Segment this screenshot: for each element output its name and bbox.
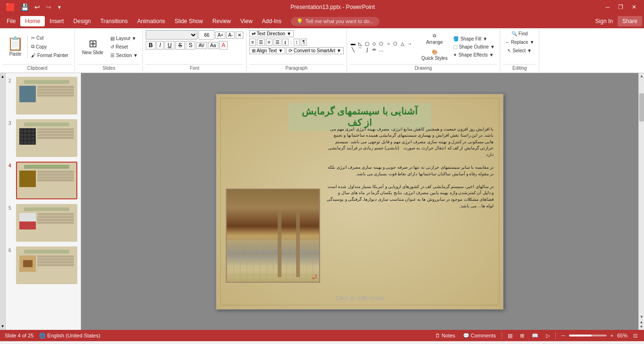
zoom-slider[interactable] (569, 335, 607, 336)
slide-content[interactable]: آشنایی با سیستمهای گرمایش از کف با افزای… (216, 94, 504, 310)
shape-arrow[interactable]: → (406, 41, 413, 47)
left-scroll-down[interactable]: ▼ (0, 323, 6, 330)
zoom-out-button[interactable]: ─ (560, 332, 567, 339)
font-size-input[interactable]: 66 (198, 30, 215, 40)
text-direction-button[interactable]: ⇄ Text Direction ▼ (249, 30, 294, 37)
menu-slideshow[interactable]: Slide Show (170, 16, 207, 26)
align-right-button[interactable]: ≡ (266, 39, 272, 46)
menu-insert[interactable]: Insert (45, 16, 68, 26)
change-case-button[interactable]: Aa (208, 42, 218, 49)
slide-photo[interactable]: آپ (226, 188, 320, 283)
quick-styles-button[interactable]: 🎨 Quick Styles (419, 48, 451, 63)
slide-thumb-3[interactable]: 3 (8, 118, 79, 158)
shape-right-triangle[interactable]: ◺ (357, 41, 363, 47)
columns-button[interactable]: ⫿ (282, 39, 289, 46)
menu-transitions[interactable]: Transitions (96, 16, 132, 26)
restore-button[interactable]: ❐ (614, 3, 627, 11)
undo-button[interactable]: ↩ (33, 2, 42, 12)
customize-quick-access-button[interactable]: ▼ (55, 4, 64, 11)
shape-freeform[interactable]: ✏ (371, 47, 378, 53)
shape-fill-button[interactable]: 🪣 Shape Fill ▼ (451, 35, 496, 42)
reset-button[interactable]: ↺ Reset (108, 43, 140, 50)
slide-thumb-2[interactable]: 2 (8, 76, 79, 115)
notes-button[interactable]: 🗒 Notes (433, 332, 457, 339)
copy-button[interactable]: ⧉ Copy (29, 43, 70, 50)
shape-oval[interactable]: ○ (385, 41, 392, 47)
align-text-button[interactable]: ⊞ Align Text ▼ (249, 47, 285, 54)
font-family-select[interactable] (146, 30, 198, 40)
shape-more[interactable]: … (378, 47, 385, 53)
slide-thumbnail-5[interactable] (16, 204, 77, 242)
share-button[interactable]: Share (618, 16, 642, 26)
save-button[interactable]: 💾 (19, 2, 31, 12)
menu-design[interactable]: Design (68, 16, 95, 26)
reading-view-button[interactable]: 📖 (530, 332, 540, 340)
paragraph-dir-button[interactable]: ¶ (301, 39, 307, 46)
format-painter-button[interactable]: 🖌 Format Painter (29, 52, 70, 59)
char-spacing-button[interactable]: AV (196, 42, 207, 49)
underline-button[interactable]: U (165, 41, 174, 49)
layout-button[interactable]: ▤ Layout ▼ (108, 35, 140, 42)
fit-slide-button[interactable]: ⊡ (631, 332, 639, 340)
line-spacing-button[interactable]: ↕ (294, 39, 300, 46)
menu-review[interactable]: Review (207, 16, 235, 26)
minimize-button[interactable]: ─ (602, 3, 613, 11)
clear-format-button[interactable]: ✕ (236, 32, 243, 39)
center-button[interactable]: ☰ (257, 39, 265, 46)
shape-effects-button[interactable]: ✦ Shape Effects ▼ (451, 51, 496, 58)
slide-thumbnail-4[interactable] (16, 162, 77, 199)
menu-view[interactable]: View (236, 16, 257, 26)
shape-pentagon[interactable]: ⬠ (378, 41, 385, 47)
new-slide-button[interactable]: ⊞ New Slide (78, 36, 107, 57)
select-button[interactable]: ↖ Select ▼ (505, 47, 534, 54)
left-scroll-up[interactable]: ▲ (0, 73, 6, 80)
increase-font-button[interactable]: A+ (215, 32, 225, 39)
menu-home[interactable]: Home (20, 16, 45, 26)
bold-button[interactable]: B (146, 41, 156, 49)
shape-rectangle[interactable]: ▬ (350, 41, 356, 47)
sign-in-button[interactable]: Sign In (591, 16, 618, 26)
zoom-in-button[interactable]: + (609, 332, 615, 339)
shape-outline-button[interactable]: ⬚ Shape Outline ▼ (451, 43, 496, 50)
slide-thumb-4[interactable]: 4 (8, 161, 79, 200)
shape-hexagon[interactable]: ⬡ (392, 41, 399, 47)
section-button[interactable]: ☰ Section ▼ (108, 52, 140, 59)
convert-smartart-button[interactable]: ⟳ Convert to SmartArt ▼ (286, 47, 344, 54)
arrange-button[interactable]: ⧉ Arrange (419, 31, 451, 47)
shape-diamond[interactable]: ◇ (371, 41, 378, 47)
decrease-font-button[interactable]: A- (226, 32, 235, 39)
comments-button[interactable]: 💬 Comments (461, 332, 498, 340)
slide-body-text[interactable]: با افزایش روز افزون جمعیت و همچنین کاهش … (325, 126, 494, 210)
shape-curve[interactable]: ∫ (364, 47, 371, 53)
normal-view-button[interactable]: ▤ (506, 332, 514, 340)
slide-thumb-6[interactable]: 6 (8, 246, 79, 285)
menu-file[interactable]: File (2, 16, 20, 26)
redo-button[interactable]: ↪ (44, 2, 53, 12)
menu-animations[interactable]: Animations (132, 16, 170, 26)
slide-thumbnail-6[interactable] (16, 246, 77, 284)
paste-button[interactable]: 📋 Paste (3, 34, 28, 59)
replace-button[interactable]: ↔ Replace ▼ (503, 39, 537, 46)
scrollbar-thumb[interactable] (639, 93, 644, 122)
slide-thumbnail-3[interactable] (16, 119, 77, 157)
tell-me-input[interactable]: 💡 Tell me what you want to do... (291, 17, 380, 26)
strikethrough-button[interactable]: S (175, 41, 185, 49)
font-color-button[interactable]: A (219, 41, 228, 49)
slide-thumbnail-2[interactable] (16, 77, 77, 115)
justify-button[interactable]: ☰ (273, 39, 281, 46)
shape-line[interactable]: ╲ (350, 47, 356, 53)
italic-button[interactable]: I (157, 41, 164, 49)
previous-section-button[interactable]: ▲ (640, 320, 644, 324)
find-button[interactable]: 🔍 Find (510, 30, 529, 37)
shape-triangle[interactable]: △ (399, 41, 406, 47)
slide-thumb-5[interactable]: 5 (8, 203, 79, 243)
slideshow-button[interactable]: ▷ (544, 332, 552, 340)
scroll-down-arrow[interactable]: ▼ (639, 314, 644, 320)
close-button[interactable]: ✕ (628, 3, 640, 11)
slide-sorter-button[interactable]: ⊞ (518, 332, 526, 340)
cut-button[interactable]: ✂ Cut (29, 34, 70, 41)
next-section-button[interactable]: ▼ (640, 325, 644, 329)
shape-rounded-rect[interactable]: ▢ (364, 41, 371, 47)
shadow-button[interactable]: S (186, 41, 195, 49)
menu-addins[interactable]: Add-Ins (257, 16, 286, 26)
